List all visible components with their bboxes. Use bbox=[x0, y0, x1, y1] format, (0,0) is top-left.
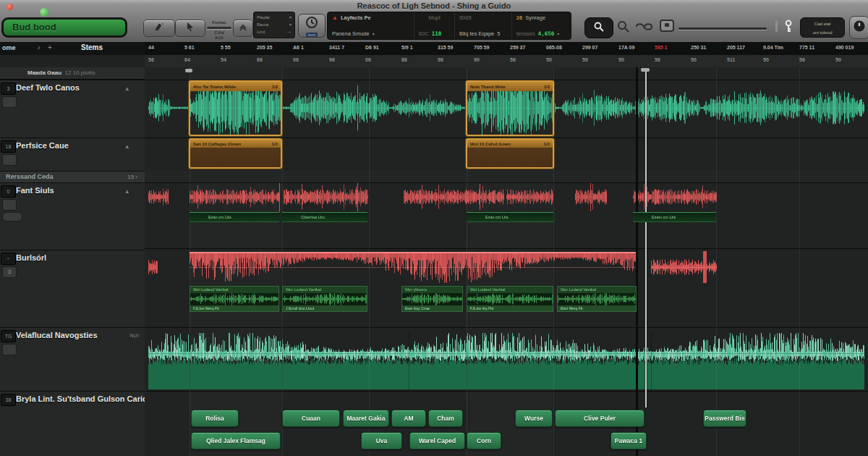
ruler-tick[interactable]: 775 11 bbox=[796, 42, 832, 55]
master-clock-button[interactable] bbox=[849, 16, 868, 39]
add-track-button[interactable]: + bbox=[48, 43, 52, 51]
track-mini-pill[interactable] bbox=[2, 212, 22, 221]
collapse-chevron-icon[interactable]: ▴ bbox=[125, 187, 129, 195]
zoom-traffic-light[interactable] bbox=[40, 8, 48, 17]
track-icon-badge[interactable]: 38 bbox=[1, 394, 16, 406]
subruler-tick[interactable]: 96 bbox=[326, 55, 362, 67]
track-icon-badge[interactable]: 3 bbox=[1, 83, 16, 95]
locator-handle[interactable] bbox=[185, 69, 192, 72]
action-button[interactable]: AM bbox=[391, 410, 426, 427]
action-button[interactable]: Cuaan bbox=[282, 410, 340, 427]
subruler-tick[interactable]: 06 bbox=[289, 55, 326, 67]
action-button[interactable]: Warel Caped bbox=[409, 432, 465, 449]
loop-icon[interactable] bbox=[635, 22, 654, 35]
take-lane[interactable]: Wer Lodand VanlkalJ Emull slce Lfout bbox=[282, 286, 367, 312]
track-mini-button[interactable] bbox=[2, 96, 17, 108]
ruler-tick[interactable]: 9.04 Tim bbox=[760, 42, 796, 55]
capture-button[interactable]: Cad etal unt tubrod bbox=[800, 17, 845, 38]
subruler-tick[interactable]: 50 bbox=[760, 55, 796, 67]
track-header-1[interactable]: 3 Deef Twlo Canos ▴ bbox=[0, 80, 145, 138]
flex-strip[interactable]: Ezan cm Lbs bbox=[190, 212, 279, 222]
ruler-tick[interactable]: 250 31 bbox=[687, 42, 723, 55]
lcd-tempo-value[interactable]: 118 bbox=[432, 30, 442, 37]
action-button[interactable]: Cham bbox=[428, 410, 463, 427]
fontas-control[interactable]: Fontas C/Ad K10 bbox=[207, 20, 231, 41]
timeline-ruler[interactable]: 445 615 55205 35A6 13411 7D6 915/9 1315 … bbox=[145, 42, 868, 56]
subruler-tick[interactable]: 90 bbox=[470, 55, 506, 67]
ruler-tick[interactable]: 3411 7 bbox=[326, 42, 362, 55]
subruler-tick[interactable]: 56 bbox=[651, 55, 687, 67]
action-button[interactable]: Qlied Jalex Flamsag bbox=[191, 432, 281, 449]
track-name[interactable]: Deef Twlo Canos bbox=[16, 83, 80, 92]
take-lane[interactable]: Wel Lodand VanikalF.E.bel Werq Fb bbox=[190, 286, 279, 312]
action-button[interactable]: Wurse bbox=[515, 410, 553, 427]
track-mini-button[interactable] bbox=[2, 154, 17, 166]
subruler-tick[interactable]: 66 bbox=[253, 55, 289, 67]
collapse-chevron-icon[interactable]: ▴ bbox=[125, 143, 129, 150]
subruler-tick[interactable]: 96 bbox=[434, 55, 470, 67]
track-name[interactable]: Burlsórl bbox=[16, 253, 46, 262]
subruler-tick[interactable]: 50 bbox=[615, 55, 651, 67]
ruler-tick[interactable]: 065-08 bbox=[542, 42, 579, 55]
flex-strip[interactable]: Ezam cm Lbs bbox=[633, 212, 716, 222]
take-lane[interactable]: Wer yhiconeEsot Insy Cmat bbox=[401, 286, 463, 312]
track-header-5[interactable]: TG Velaflucal Navogsties Nch bbox=[0, 327, 145, 391]
zoom-slider[interactable] bbox=[678, 28, 767, 30]
subruler-tick[interactable]: 54 bbox=[217, 55, 253, 67]
search-button[interactable] bbox=[584, 17, 613, 38]
group-count[interactable]: 15 › bbox=[127, 174, 137, 180]
subruler-tick[interactable]: 56 bbox=[796, 55, 832, 67]
audio-region-selected[interactable]: Nuki Tband Wide1/2 bbox=[466, 80, 554, 136]
take-lane[interactable]: Wel Lodand VanikalF.E.dw rlrq Fbt bbox=[467, 286, 553, 312]
ruler-tick[interactable]: A6 1 bbox=[289, 42, 326, 55]
home-label[interactable]: ome bbox=[2, 44, 16, 51]
subruler-tick[interactable]: 06 bbox=[362, 55, 398, 67]
track-mini-button[interactable] bbox=[2, 199, 17, 211]
ruler-tick[interactable]: 5 61 bbox=[181, 42, 217, 55]
action-button[interactable]: Corn bbox=[467, 432, 501, 449]
action-button[interactable]: Uva bbox=[361, 432, 402, 449]
timeline-subruler[interactable]: 5664546606960686969056505050565051150565… bbox=[145, 55, 868, 68]
lcd-key-value[interactable]: 4,650 bbox=[538, 30, 555, 37]
track-icon-badge[interactable]: 0 bbox=[1, 185, 16, 198]
ruler-tick[interactable]: 44 bbox=[145, 42, 181, 55]
playhead[interactable] bbox=[645, 69, 647, 408]
close-traffic-light[interactable] bbox=[7, 4, 13, 10]
ruler-tick[interactable]: 490 019 bbox=[832, 42, 868, 55]
track-name[interactable]: Bryla Lint. Su'tsband Gulson Carider bbox=[16, 394, 155, 403]
action-button[interactable]: Passwerd Bis bbox=[703, 410, 746, 427]
zoom-out-icon[interactable] bbox=[617, 20, 630, 36]
action-button[interactable]: Rolisa bbox=[191, 410, 239, 427]
cycle-button[interactable]: recm bbox=[298, 14, 326, 38]
track-name[interactable]: Perfsice Caue bbox=[16, 141, 69, 150]
subruler-tick[interactable]: 64 bbox=[181, 55, 217, 67]
ruler-tick[interactable]: 205 117 bbox=[723, 42, 760, 55]
ruler-tick[interactable]: 705 59 bbox=[470, 42, 506, 55]
track-header-6[interactable]: 38 Bryla Lint. Su'tsband Gulson Carider bbox=[0, 391, 145, 456]
screenshot-icon[interactable] bbox=[660, 20, 674, 32]
ruler-tick[interactable]: 17A 09 bbox=[615, 42, 651, 55]
track-icon-badge[interactable]: TG bbox=[1, 330, 16, 342]
audio-region-selected[interactable]: San 10 Caffegas Glown1/2 bbox=[189, 138, 282, 169]
record-display[interactable]: Bud bood bbox=[1, 17, 127, 38]
track-header-2[interactable]: 18 Perfsice Caue ▴ bbox=[0, 138, 145, 171]
arrange-area[interactable]: Aho Tw Towns Wilde1/2 Nuki Tband Wide1/2… bbox=[145, 67, 868, 456]
ruler-tick[interactable]: D6 91 bbox=[362, 42, 398, 55]
tool-button-1[interactable] bbox=[143, 20, 175, 37]
track-name[interactable]: Fant Siuls bbox=[16, 186, 54, 195]
track-name[interactable]: Velaflucal Navogsties bbox=[16, 331, 98, 339]
action-button[interactable]: Maaret Gakia bbox=[343, 410, 389, 427]
audio-region-selected[interactable]: Aho Tw Towns Wilde1/2 bbox=[189, 80, 282, 136]
subruler-tick[interactable]: 50 bbox=[542, 55, 579, 67]
subruler-tick[interactable]: 56 bbox=[506, 55, 542, 67]
action-button[interactable]: Pawaca 1 bbox=[610, 432, 647, 449]
ruler-tick[interactable]: 315 59 bbox=[434, 42, 470, 55]
track-mini-button[interactable] bbox=[2, 344, 17, 355]
flex-strip[interactable]: Cfasrrisa Lbu bbox=[282, 212, 367, 222]
tool-button-2[interactable] bbox=[175, 20, 205, 37]
ruler-tick[interactable]: 299 07 bbox=[579, 42, 615, 55]
take-lane[interactable]: Wer Lodand VanikalEbel Werq Fb bbox=[557, 286, 637, 312]
track-icon-badge[interactable]: 18 bbox=[1, 140, 16, 153]
action-button[interactable]: Clive Puler bbox=[555, 410, 644, 427]
chevron-right-icon[interactable]: › bbox=[38, 43, 40, 51]
